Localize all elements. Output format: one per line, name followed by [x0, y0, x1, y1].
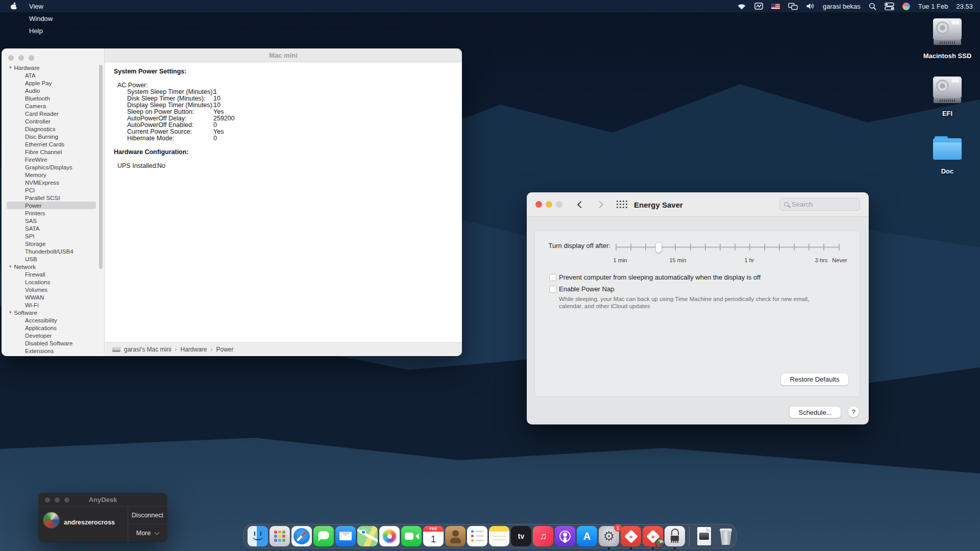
- sidebar-item-sas[interactable]: SAS: [2, 217, 104, 224]
- sidebar-item-power[interactable]: Power: [7, 202, 96, 209]
- sidebar-item-sata[interactable]: SATA: [2, 224, 104, 232]
- siri-icon[interactable]: [902, 3, 910, 10]
- sidebar-section-software[interactable]: ▾Software: [2, 309, 104, 316]
- zoom-button[interactable]: [64, 497, 69, 503]
- sidebar-item-usb[interactable]: USB: [2, 255, 104, 263]
- menu-window[interactable]: Window: [23, 12, 98, 24]
- sidebar-item-spi[interactable]: SPI: [2, 232, 104, 240]
- sidebar-item-printers[interactable]: Printers: [2, 209, 104, 217]
- sidebar-item-camera[interactable]: Camera: [2, 102, 104, 110]
- sidebar-item-bluetooth[interactable]: Bluetooth: [2, 94, 104, 102]
- sidebar-item-fonts[interactable]: Fonts: [2, 355, 104, 356]
- sidebar-item-ethernet-cards[interactable]: Ethernet Cards: [2, 140, 104, 148]
- sidebar-item-card-reader[interactable]: Card Reader: [2, 110, 104, 117]
- dock-icon-maps[interactable]: [357, 526, 378, 546]
- minimize-button[interactable]: [55, 497, 60, 503]
- dock-icon-anydesk[interactable]: »: [621, 526, 641, 546]
- menu-view[interactable]: View: [23, 0, 98, 12]
- system-info-titlebar[interactable]: Mac mini: [105, 48, 462, 62]
- breadcrumb-item[interactable]: Hardware: [180, 346, 207, 353]
- dock-icon-calendar[interactable]: FEB1: [423, 526, 444, 546]
- control-center-icon[interactable]: [885, 3, 894, 10]
- show-all-preferences-icon[interactable]: [617, 201, 618, 202]
- zoom-button[interactable]: [556, 201, 562, 208]
- sidebar-section-hardware[interactable]: ▾Hardware: [2, 64, 104, 71]
- sidebar-item-locations[interactable]: Locations: [2, 278, 104, 286]
- apple-menu[interactable]: [7, 2, 23, 10]
- help-button[interactable]: ?: [848, 406, 859, 417]
- sidebar-item-volumes[interactable]: Volumes: [2, 286, 104, 293]
- input-language-flag-icon[interactable]: [771, 4, 780, 9]
- dock-icon-trash[interactable]: [716, 526, 736, 546]
- menu-help[interactable]: Help: [23, 24, 98, 37]
- dock-icon-finder[interactable]: [248, 526, 268, 546]
- dock-icon-chip-tool[interactable]: [665, 526, 685, 546]
- dock-icon-facetime[interactable]: [401, 526, 422, 546]
- sidebar-item-audio[interactable]: Audio: [2, 87, 104, 94]
- sidebar-item-nvmexpress[interactable]: NVMExpress: [2, 179, 104, 186]
- dock-icon-podcasts[interactable]: [555, 526, 575, 546]
- sidebar-item-disc-burning[interactable]: Disc Burning: [2, 133, 104, 140]
- sidebar-item-developer[interactable]: Developer: [2, 332, 104, 339]
- dock-icon-reminders[interactable]: [467, 526, 487, 546]
- sidebar-item-firewall[interactable]: Firewall: [2, 270, 104, 278]
- breadcrumb-item[interactable]: garasi’s Mac mini: [124, 346, 171, 353]
- dock-icon-safari[interactable]: [291, 526, 312, 546]
- close-button[interactable]: [45, 497, 50, 503]
- search-input[interactable]: Search: [779, 198, 860, 211]
- dock-icon-music[interactable]: ♫: [533, 526, 553, 546]
- menubar-clock[interactable]: 23.53: [956, 3, 973, 10]
- schedule-button[interactable]: Schedule...: [790, 407, 841, 418]
- dock-icon-messages[interactable]: [313, 526, 334, 546]
- anydesk-titlebar[interactable]: AnyDesk: [39, 493, 167, 507]
- dock-icon-notes[interactable]: [489, 526, 509, 546]
- breadcrumb-item[interactable]: Power: [216, 346, 234, 353]
- sidebar-item-accessibility[interactable]: Accessibility: [2, 316, 104, 324]
- dock-icon-contacts[interactable]: [445, 526, 465, 546]
- sidebar-item-wi-fi[interactable]: Wi-Fi: [2, 301, 104, 309]
- sidebar-item-ata[interactable]: ATA: [2, 71, 104, 79]
- energy-saver-titlebar[interactable]: Energy Saver Search: [527, 192, 869, 217]
- dock-icon-photos[interactable]: [379, 526, 400, 546]
- sidebar-item-thunderbolt-usb4[interactable]: Thunderbolt/USB4: [2, 247, 104, 255]
- sidebar-section-network[interactable]: ▾Network: [2, 263, 104, 270]
- close-button[interactable]: [535, 201, 542, 208]
- sidebar-item-memory[interactable]: Memory: [2, 171, 104, 179]
- more-button[interactable]: More: [128, 524, 167, 542]
- dock-icon-document[interactable]: [694, 526, 714, 546]
- zoom-button[interactable]: [29, 55, 34, 61]
- sidebar-item-parallel-scsi[interactable]: Parallel SCSI: [2, 194, 104, 202]
- dock-icon-mail[interactable]: [335, 526, 356, 546]
- spotlight-search-icon[interactable]: [869, 3, 876, 10]
- sidebar-item-extensions[interactable]: Extensions: [2, 347, 104, 355]
- wifi-icon[interactable]: [737, 3, 746, 10]
- menubar-date[interactable]: Tue 1 Feb: [918, 3, 948, 10]
- sidebar-item-firewire[interactable]: FireWire: [2, 156, 104, 163]
- minimize-button[interactable]: [546, 201, 552, 208]
- menubar-username[interactable]: garasi bekas: [823, 3, 861, 10]
- sidebar-item-storage[interactable]: Storage: [2, 240, 104, 247]
- dock-icon-appstore[interactable]: A: [577, 526, 597, 546]
- forward-button[interactable]: [596, 201, 603, 208]
- sidebar-item-graphics-displays[interactable]: Graphics/Displays: [2, 163, 104, 171]
- sidebar-item-fibre-channel[interactable]: Fibre Channel: [2, 148, 104, 156]
- checkbox-prevent-computer-from-sleeping[interactable]: [549, 274, 556, 281]
- restore-defaults-button[interactable]: Restore Defaults: [781, 373, 848, 385]
- dock-icon-tv[interactable]: tv: [511, 526, 531, 546]
- checkbox-enable-power-nap[interactable]: [549, 286, 556, 293]
- volume-icon[interactable]: [806, 3, 815, 10]
- sidebar-item-apple-pay[interactable]: Apple Pay: [2, 79, 104, 87]
- dock-icon-launchpad[interactable]: [270, 526, 290, 546]
- sidebar-item-diagnostics[interactable]: Diagnostics: [2, 125, 104, 133]
- stats-monitor-icon[interactable]: [754, 3, 763, 10]
- sidebar-item-wwan[interactable]: WWAN: [2, 293, 104, 301]
- close-button[interactable]: [8, 55, 14, 61]
- sidebar-scrollbar[interactable]: [99, 65, 103, 269]
- dock-icon-system-preferences[interactable]: ⚙1: [599, 526, 619, 546]
- minimize-button[interactable]: [18, 55, 24, 61]
- sidebar-item-disabled-software[interactable]: Disabled Software: [2, 339, 104, 347]
- sidebar-item-applications[interactable]: Applications: [2, 324, 104, 332]
- display-off-slider-handle[interactable]: [655, 242, 662, 253]
- disconnect-button[interactable]: Disconnect: [128, 507, 167, 524]
- sidebar-item-controller[interactable]: Controller: [2, 117, 104, 125]
